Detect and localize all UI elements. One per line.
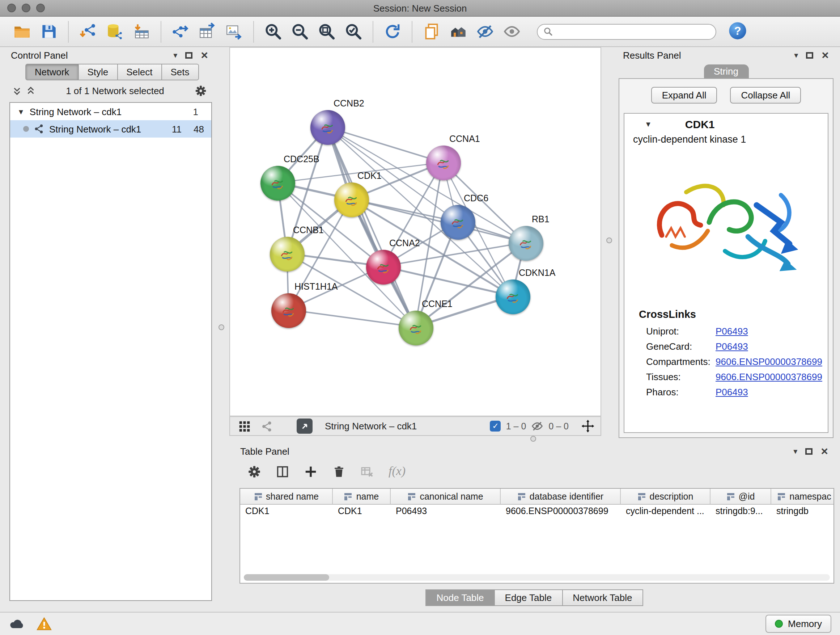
- panel-float-icon[interactable]: [185, 52, 193, 58]
- crosslink-value[interactable]: 9606.ENSP00000378699: [715, 356, 822, 367]
- network-node-ccna2[interactable]: [366, 250, 401, 285]
- tab-network[interactable]: Network: [25, 64, 79, 80]
- panel-menu-icon[interactable]: ▾: [794, 50, 798, 60]
- collapse-all-button[interactable]: Collapse All: [730, 87, 801, 103]
- delete-column-button[interactable]: [332, 464, 346, 478]
- function-builder-button[interactable]: f(x): [388, 464, 406, 478]
- table-row[interactable]: CDK1CDK1P064939606.ENSP00000378699cyclin…: [240, 505, 834, 520]
- zoom-fit-button[interactable]: [313, 19, 340, 44]
- panel-float-icon[interactable]: [806, 52, 813, 58]
- table-cell[interactable]: CDK1: [240, 505, 333, 520]
- expand-all-chevron-icon[interactable]: [26, 86, 35, 95]
- export-network-button[interactable]: [167, 19, 194, 44]
- tab-select[interactable]: Select: [118, 64, 162, 80]
- panel-menu-icon[interactable]: ▾: [793, 447, 797, 456]
- import-network-from-file-button[interactable]: [74, 19, 101, 44]
- column-header--id[interactable]: @id: [711, 489, 771, 504]
- collapse-all-chevron-icon[interactable]: [12, 86, 22, 95]
- tab-node-table[interactable]: Node Table: [425, 589, 494, 606]
- memory-button[interactable]: Memory: [766, 615, 831, 633]
- open-session-button[interactable]: [9, 19, 35, 44]
- zoom-in-button[interactable]: [260, 19, 286, 44]
- close-window-button[interactable]: [7, 4, 16, 12]
- network-canvas[interactable]: CCNB2CCNA1CDC25BCDK1CDC6RB1CCNB1CCNA2CDK…: [229, 47, 601, 416]
- table-settings-button[interactable]: [248, 464, 261, 478]
- import-network-from-database-button[interactable]: [101, 19, 128, 44]
- minimize-window-button[interactable]: [22, 4, 30, 12]
- panel-close-icon[interactable]: ✕: [821, 446, 829, 456]
- cloud-status-button[interactable]: [9, 616, 25, 632]
- panel-close-icon[interactable]: ✕: [201, 50, 208, 60]
- network-node-cdk1[interactable]: [334, 182, 369, 217]
- network-node-hist1h1a[interactable]: [271, 293, 306, 328]
- network-node-ccnb2[interactable]: [310, 110, 345, 145]
- network-collection-row[interactable]: ▼ String Network – cdk1 1: [10, 103, 211, 120]
- network-node-rb1[interactable]: [508, 226, 543, 261]
- import-table-from-file-button[interactable]: [128, 19, 155, 44]
- table-cell[interactable]: stringdb: [771, 505, 834, 520]
- column-header-database-identifier[interactable]: database identifier: [501, 489, 621, 504]
- scrollbar-thumb[interactable]: [244, 574, 329, 581]
- expand-all-button[interactable]: Expand All: [651, 87, 717, 103]
- table-cell[interactable]: P06493: [391, 505, 501, 520]
- panel-float-icon[interactable]: [805, 448, 813, 454]
- table-cell[interactable]: CDK1: [333, 505, 391, 520]
- column-header-canonical-name[interactable]: canonical name: [391, 489, 501, 504]
- panel-close-icon[interactable]: ✕: [821, 50, 829, 60]
- add-column-button[interactable]: [304, 464, 317, 478]
- help-button[interactable]: ?: [726, 21, 748, 42]
- warnings-button[interactable]: [36, 616, 52, 632]
- save-session-button[interactable]: [35, 19, 62, 44]
- zoom-window-button[interactable]: [36, 4, 45, 12]
- column-header-shared-name[interactable]: shared name: [240, 489, 333, 504]
- horizontal-splitter-handle[interactable]: [531, 436, 536, 442]
- panel-menu-icon[interactable]: ▾: [173, 50, 177, 60]
- show-all-button[interactable]: [499, 19, 525, 44]
- network-node-cdc6[interactable]: [441, 205, 475, 240]
- export-table-button[interactable]: [194, 19, 221, 44]
- search-input[interactable]: [556, 27, 710, 36]
- refresh-view-button[interactable]: [379, 19, 406, 44]
- title-bar[interactable]: Session: New Session: [0, 0, 840, 17]
- crosslink-value[interactable]: P06493: [715, 341, 748, 352]
- detach-view-button[interactable]: [297, 418, 313, 434]
- protein-collapse-triangle-icon[interactable]: ▼: [645, 120, 652, 128]
- table-cell[interactable]: stringdb:9...: [711, 505, 771, 520]
- tab-sets[interactable]: Sets: [162, 64, 199, 80]
- network-node-ccna1[interactable]: [426, 146, 461, 180]
- zoom-selected-button[interactable]: [340, 19, 367, 44]
- duplicate-page-button[interactable]: [418, 19, 445, 44]
- vertical-splitter-handle[interactable]: [606, 238, 612, 243]
- hide-selected-button[interactable]: [472, 19, 499, 44]
- network-row-selected[interactable]: String Network – cdk1 11 48: [10, 120, 211, 138]
- table-cell[interactable]: 9606.ENSP00000378699: [501, 505, 621, 520]
- vertical-splitter-handle[interactable]: [218, 325, 224, 330]
- network-node-cdkn1a[interactable]: [496, 279, 531, 314]
- pan-crosshair-icon[interactable]: [581, 419, 595, 433]
- show-columns-button[interactable]: [276, 464, 289, 478]
- network-node-ccne1[interactable]: [399, 310, 433, 345]
- collection-collapse-triangle-icon[interactable]: ▼: [17, 108, 25, 116]
- network-view-mode-button[interactable]: [258, 419, 276, 433]
- export-image-button[interactable]: [221, 19, 248, 44]
- column-header-namespac[interactable]: namespac: [771, 489, 834, 504]
- network-node-ccnb1[interactable]: [270, 237, 305, 272]
- network-options-gear-icon[interactable]: [195, 84, 207, 97]
- column-header-name[interactable]: name: [333, 489, 391, 504]
- crosslink-value[interactable]: P06493: [715, 326, 748, 337]
- tab-style[interactable]: Style: [79, 64, 118, 80]
- tab-network-table[interactable]: Network Table: [562, 589, 643, 606]
- home-button[interactable]: [445, 19, 472, 44]
- zoom-out-button[interactable]: [286, 19, 313, 44]
- network-node-cdc25b[interactable]: [261, 166, 295, 201]
- tab-string[interactable]: String: [704, 65, 748, 78]
- tab-edge-table[interactable]: Edge Table: [495, 589, 563, 606]
- crosslink-value[interactable]: P06493: [715, 386, 748, 397]
- table-cell[interactable]: cyclin-dependent ...: [621, 505, 711, 520]
- crosslink-value[interactable]: 9606.ENSP00000378699: [715, 371, 822, 382]
- column-header-description[interactable]: description: [621, 489, 711, 504]
- protein-header-row[interactable]: ▼ CDK1: [624, 114, 828, 134]
- grid-view-button[interactable]: [236, 419, 253, 433]
- delete-table-button[interactable]: [360, 464, 374, 478]
- search-box[interactable]: [537, 24, 716, 40]
